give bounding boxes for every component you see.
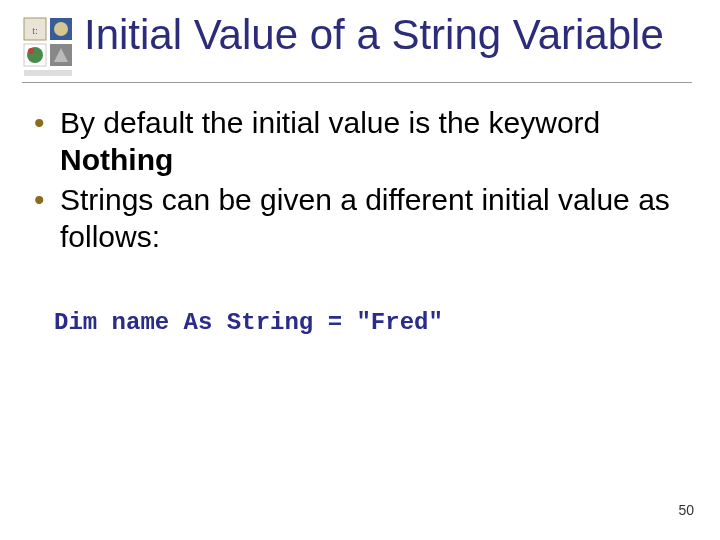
slide-content: By default the initial value is the keyw… xyxy=(0,83,720,336)
shapes-logo-icon: t: xyxy=(18,16,78,78)
list-item: Strings can be given a different initial… xyxy=(30,182,692,255)
bullet-keyword: Nothing xyxy=(60,143,173,176)
svg-rect-9 xyxy=(24,70,72,76)
page-number: 50 xyxy=(678,502,694,518)
slide-header: t: Initial Value of a String Variable xyxy=(0,0,720,78)
slide-title: Initial Value of a String Variable xyxy=(84,12,664,57)
list-item: By default the initial value is the keyw… xyxy=(30,105,692,178)
svg-point-3 xyxy=(54,22,68,36)
bullet-text-pre: Strings can be given a different initial… xyxy=(60,183,670,253)
svg-point-6 xyxy=(28,48,34,54)
svg-text:t:: t: xyxy=(32,25,38,36)
code-example: Dim name As String = "Fred" xyxy=(54,309,692,336)
bullet-list: By default the initial value is the keyw… xyxy=(30,105,692,255)
bullet-text-pre: By default the initial value is the keyw… xyxy=(60,106,600,139)
